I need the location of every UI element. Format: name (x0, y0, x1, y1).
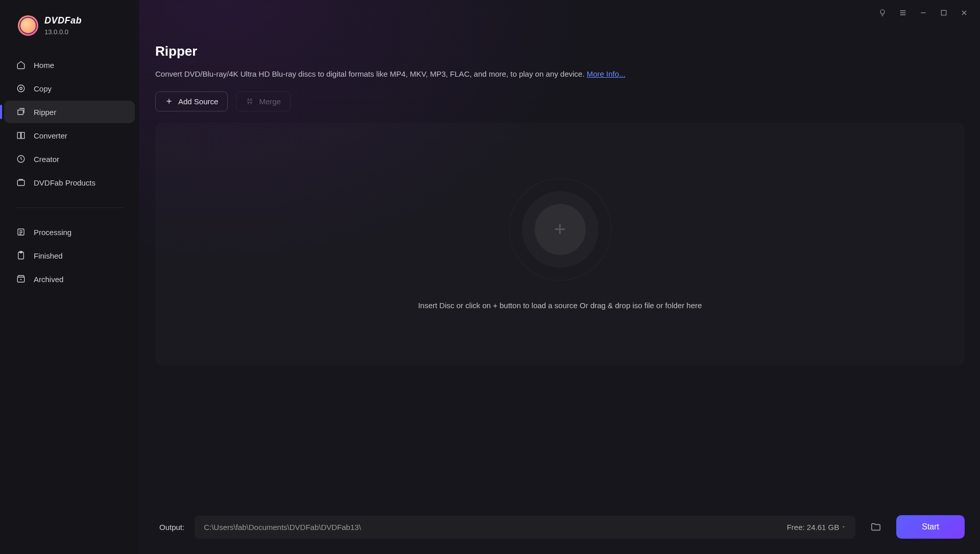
drop-target: + (509, 178, 611, 281)
nav-label: Finished (34, 251, 63, 260)
logo-text: DVDFab 13.0.0.0 (44, 15, 82, 36)
nav-item-ripper[interactable]: Ripper (4, 101, 135, 123)
drop-zone[interactable]: + Insert Disc or click on + button to lo… (155, 123, 965, 365)
logo-section: DVDFab 13.0.0.0 (0, 10, 139, 49)
app-logo-icon (18, 15, 38, 36)
button-label: Add Source (178, 97, 218, 106)
output-path: C:\Users\fab\Documents\DVDFab\DVDFab13\ (204, 523, 361, 532)
nav-item-products[interactable]: DVDFab Products (4, 171, 135, 194)
button-label: Merge (259, 97, 281, 106)
add-source-circle-button[interactable]: + (535, 204, 586, 255)
close-button[interactable] (956, 5, 972, 21)
main-area: Ripper Convert DVD/Blu-ray/4K Ultra HD B… (139, 0, 980, 554)
nav-label: DVDFab Products (34, 178, 95, 187)
nav-primary: Home Copy Ripper Converter Creator (0, 49, 139, 200)
more-info-link[interactable]: More Info... (587, 70, 626, 78)
ripper-icon (16, 107, 26, 117)
nav-item-processing[interactable]: Processing (4, 221, 135, 243)
output-path-bar: C:\Users\fab\Documents\DVDFab\DVDFab13\ … (195, 516, 855, 539)
nav-label: Home (34, 61, 54, 70)
nav-label: Creator (34, 155, 59, 164)
nav-item-home[interactable]: Home (4, 54, 135, 76)
app-brand: DVDFab (44, 15, 82, 26)
nav-divider (15, 207, 124, 208)
drop-hint-text: Insert Disc or click on + button to load… (418, 301, 702, 310)
page-description: Convert DVD/Blu-ray/4K Ultra HD Blu-ray … (155, 68, 965, 80)
menu-button[interactable] (895, 5, 911, 21)
converter-icon (16, 131, 26, 140)
processing-icon (16, 227, 26, 237)
footer-bar: Output: C:\Users\fab\Documents\DVDFab\DV… (139, 505, 980, 554)
browse-folder-button[interactable] (866, 517, 886, 537)
nav-item-archived[interactable]: Archived (4, 268, 135, 290)
nav-label: Ripper (34, 108, 56, 117)
products-icon (16, 178, 26, 187)
titlebar (139, 0, 980, 26)
merge-icon (246, 97, 254, 105)
svg-point-0 (17, 85, 25, 92)
nav-label: Converter (34, 131, 67, 140)
content: Ripper Convert DVD/Blu-ray/4K Ultra HD B… (139, 26, 980, 505)
minimize-button[interactable] (915, 5, 931, 21)
svg-rect-2 (17, 132, 20, 138)
theme-button[interactable] (874, 5, 891, 21)
nav-label: Archived (34, 275, 63, 284)
app-version: 13.0.0.0 (44, 28, 82, 36)
chevron-down-icon (841, 524, 846, 529)
free-space-dropdown[interactable]: Free: 24.61 GB (787, 523, 847, 532)
svg-rect-10 (941, 10, 946, 15)
maximize-button[interactable] (936, 5, 952, 21)
nav-item-copy[interactable]: Copy (4, 77, 135, 100)
add-source-button[interactable]: Add Source (155, 91, 228, 111)
plus-icon (165, 97, 173, 105)
sidebar: DVDFab 13.0.0.0 Home Copy Ripper (0, 0, 139, 554)
nav-secondary: Processing Finished Archived (0, 216, 139, 296)
nav-item-converter[interactable]: Converter (4, 124, 135, 147)
nav-item-creator[interactable]: Creator (4, 148, 135, 170)
home-icon (16, 60, 26, 70)
svg-point-1 (20, 87, 22, 90)
start-button[interactable]: Start (896, 515, 965, 539)
output-label: Output: (159, 523, 184, 532)
plus-icon: + (554, 218, 566, 241)
folder-icon (870, 521, 881, 533)
merge-button[interactable]: Merge (236, 91, 291, 111)
svg-rect-3 (21, 132, 25, 138)
copy-icon (16, 84, 26, 93)
svg-rect-5 (17, 180, 25, 186)
nav-label: Processing (34, 228, 71, 237)
finished-icon (16, 251, 26, 260)
toolbar: Add Source Merge (155, 91, 965, 111)
nav-item-finished[interactable]: Finished (4, 244, 135, 267)
archived-icon (16, 274, 26, 284)
creator-icon (16, 154, 26, 164)
nav-label: Copy (34, 84, 52, 93)
page-title: Ripper (155, 43, 965, 59)
